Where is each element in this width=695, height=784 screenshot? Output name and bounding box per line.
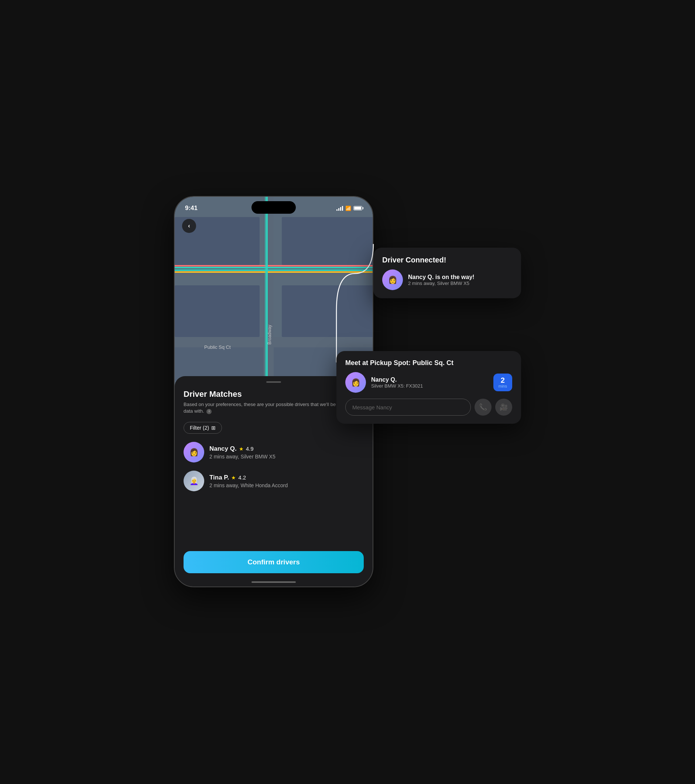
driver-item-nancy: 👩 Nancy Q. ★ 4.9 2 mins away, Silver BMW…	[183, 442, 364, 463]
star-icon-tina: ★	[231, 475, 236, 481]
video-icon: 🎥	[500, 403, 508, 411]
street-label-v: Broadway	[267, 325, 272, 344]
popup-connected-driver-info: Nancy Q. is on the way! 2 mins away, Sil…	[408, 274, 475, 286]
meetup-driver-info: Nancy Q. Silver BMW X5: FX3021	[371, 377, 423, 389]
popup-connected-avatar: 👩	[382, 270, 403, 290]
back-button[interactable]: ‹	[182, 219, 196, 233]
driver-info-tina: Tina P. ★ 4.2 2 mins away, White Honda A…	[210, 474, 364, 488]
popup-connected-driver-row: 👩 Nancy Q. is on the way! 2 mins away, S…	[382, 270, 512, 290]
popup-connected-title: Driver Connected!	[382, 256, 512, 264]
star-icon-nancy: ★	[239, 446, 244, 452]
filter-icon: ⊞	[211, 425, 216, 431]
wifi-icon: 📶	[345, 206, 351, 211]
sheet-handle	[266, 381, 281, 383]
confirm-drivers-button[interactable]: Confirm drivers	[183, 551, 364, 573]
meetup-driver-row: 👩 Nancy Q. Silver BMW X5: FX3021 2 mins	[345, 372, 512, 393]
driver-item-tina: 👩‍🦳 Tina P. ★ 4.2 2 mins away, White Hon…	[183, 471, 364, 491]
filter-button[interactable]: Filter (2) ⊞	[183, 422, 222, 434]
popup-meetup-title: Meet at Pickup Spot: Public Sq. Ct	[345, 359, 512, 367]
signal-icon	[337, 206, 343, 211]
driver-info-nancy: Nancy Q. ★ 4.9 2 mins away, Silver BMW X…	[210, 445, 364, 460]
mins-badge: 2 mins	[494, 374, 512, 391]
popup-meetup: Meet at Pickup Spot: Public Sq. Ct 👩 Nan…	[337, 351, 521, 424]
dynamic-island	[251, 201, 296, 214]
message-input[interactable]: Message Nancy	[345, 399, 471, 416]
driver-avatar-tina: 👩‍🦳	[183, 471, 204, 491]
status-icons: 📶	[337, 206, 362, 211]
scene: 9:41 📶	[174, 196, 521, 588]
meetup-avatar: 👩	[345, 372, 366, 393]
driver-name-row-tina: Tina P. ★ 4.2	[210, 474, 364, 481]
call-button[interactable]: 📞	[475, 399, 492, 416]
video-button[interactable]: 🎥	[495, 399, 512, 416]
info-icon[interactable]: i	[206, 409, 211, 414]
phone-icon: 📞	[479, 403, 487, 411]
back-arrow-icon: ‹	[188, 222, 190, 229]
message-row: Message Nancy 📞 🎥	[345, 399, 512, 416]
driver-name-row-nancy: Nancy Q. ★ 4.9	[210, 445, 364, 453]
driver-avatar-nancy: 👩	[183, 442, 204, 463]
popup-driver-connected: Driver Connected! 👩 Nancy Q. is on the w…	[373, 248, 521, 298]
status-time: 9:41	[185, 204, 198, 212]
battery-icon	[353, 206, 362, 211]
street-label-h: Public Sq Ct	[204, 344, 231, 350]
home-indicator	[251, 581, 296, 583]
